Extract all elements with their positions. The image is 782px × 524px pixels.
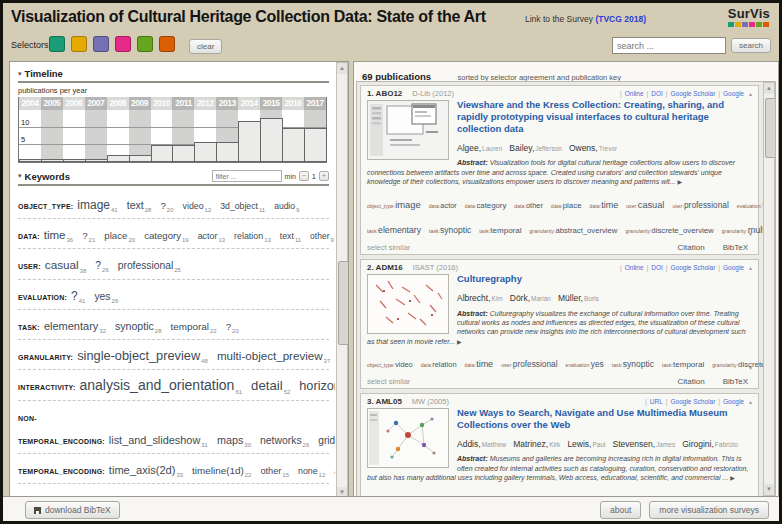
link-online[interactable]: Online — [625, 264, 644, 271]
keyword-tag[interactable]: maps30 — [217, 434, 251, 446]
search-button[interactable]: search — [731, 38, 771, 53]
timeline-bar-2017[interactable] — [304, 128, 327, 162]
keyword-tag[interactable]: place20 — [104, 230, 135, 241]
keyword-tag[interactable]: image41 — [77, 198, 117, 212]
publication-thumbnail[interactable] — [367, 408, 449, 468]
selector-color-5[interactable] — [137, 36, 153, 52]
publication-tag[interactable]: data:time — [590, 194, 619, 211]
selector-color-6[interactable] — [159, 36, 175, 52]
keyword-tag[interactable]: casual38 — [45, 258, 86, 271]
collapse-entry-icon[interactable]: ▴ — [749, 90, 752, 97]
keyword-tag[interactable]: actor13 — [198, 231, 225, 241]
scroll-up-icon[interactable]: ▲ — [764, 83, 774, 94]
author-last-name[interactable]: Lewis, — [567, 439, 591, 449]
keyword-tag[interactable]: text11 — [280, 231, 301, 241]
selector-color-3[interactable] — [93, 36, 109, 52]
survey-link-text[interactable]: Link to the Survey — [525, 14, 593, 24]
keyword-tag[interactable]: detail52 — [251, 378, 290, 393]
author-last-name[interactable]: Owens, — [569, 143, 598, 153]
entry-key[interactable]: 2. ADM16 — [367, 263, 403, 272]
publications-scrollbar[interactable]: ▲ ▼ — [763, 82, 775, 496]
timeline-bar-2008[interactable] — [107, 155, 130, 162]
timeline-bar-2011[interactable] — [172, 145, 195, 162]
publication-tag[interactable]: task:temporal — [662, 353, 704, 370]
search-input[interactable] — [612, 37, 726, 54]
collapse-keywords-icon[interactable]: ▾ — [18, 172, 22, 180]
publication-tag[interactable]: data:other — [514, 194, 543, 211]
publication-tag[interactable]: user:professional — [672, 194, 728, 211]
keyword-tag[interactable]: horizontal_browsing47 — [299, 379, 335, 393]
publication-tag[interactable]: data:actor — [429, 194, 457, 211]
author-last-name[interactable]: Müller, — [558, 293, 583, 303]
timeline-bar-2005[interactable] — [41, 159, 64, 162]
keyword-tag[interactable]: list_and_slideshow31 — [109, 434, 208, 446]
author-last-name[interactable]: Matrinez, — [513, 439, 548, 449]
download-bibtex-button[interactable]: download BibTeX — [25, 501, 120, 519]
keyword-tag[interactable]: other9 — [310, 231, 334, 241]
timeline-bar-2014[interactable] — [238, 121, 261, 162]
link-google[interactable]: Google — [723, 398, 744, 405]
keyword-tag[interactable]: none12 — [298, 466, 325, 476]
author-last-name[interactable]: Algee, — [457, 143, 481, 153]
clear-selectors-button[interactable]: clear — [189, 39, 222, 54]
author-last-name[interactable]: Stevensen, — [612, 439, 655, 449]
keyword-tag[interactable]: elementary32 — [44, 320, 106, 332]
survey-link-ref[interactable]: (TVCG 2018) — [595, 14, 646, 24]
entry-key[interactable]: 1. ABO12 — [367, 89, 402, 98]
timeline-bar-2010[interactable] — [151, 145, 174, 162]
expand-abstract-icon[interactable]: ▶ — [678, 179, 683, 185]
keyword-tag[interactable]: ?20 — [160, 200, 173, 211]
keyword-tag[interactable]: single-object_preview48 — [77, 348, 208, 363]
selector-color-1[interactable] — [49, 36, 65, 52]
keyword-tag[interactable]: multi-object_preview37 — [217, 349, 330, 362]
publication-thumbnail[interactable] — [367, 100, 449, 160]
keyword-tag[interactable]: time36 — [44, 229, 73, 241]
publication-tag[interactable]: data:time — [465, 353, 494, 370]
keyword-tag[interactable]: other15 — [260, 466, 289, 476]
timeline-bar-2012[interactable] — [194, 142, 217, 162]
publication-tag[interactable]: user:casual — [626, 194, 664, 211]
link-google-scholar[interactable]: Google Scholar — [671, 398, 716, 405]
keyword-tag[interactable]: ?41 — [71, 289, 85, 303]
link-online[interactable]: Online — [625, 90, 644, 97]
keyword-tag[interactable]: category19 — [144, 230, 188, 241]
filter-panel-scrollbar[interactable]: ▲ ▼ — [336, 62, 348, 499]
more-surveys-button[interactable]: more visualization surveys — [649, 501, 769, 519]
keyword-tag[interactable]: time_axis(2d)33 — [109, 464, 183, 476]
timeline-bar-2016[interactable] — [282, 128, 305, 162]
author-last-name[interactable]: Girogini, — [682, 439, 714, 449]
keyword-tag[interactable]: analysis_and_orientation61 — [80, 377, 243, 393]
publication-tag[interactable]: data:place — [551, 194, 582, 211]
author-last-name[interactable]: Albrecht, — [457, 293, 491, 303]
keyword-tag[interactable]: ?21 — [82, 230, 95, 241]
publication-tag[interactable]: user:professional — [501, 353, 557, 370]
link-doi[interactable]: DOI — [651, 264, 663, 271]
scroll-up-icon[interactable]: ▲ — [337, 63, 347, 74]
publications-scrollbar-thumb[interactable] — [765, 98, 776, 158]
about-button[interactable]: about — [600, 501, 641, 519]
keywords-min-increase-button[interactable]: + — [319, 171, 329, 181]
link-url[interactable]: URL — [650, 398, 663, 405]
link-google[interactable]: Google — [723, 264, 744, 271]
keyword-tag[interactable]: video12 — [183, 201, 212, 211]
keyword-tag[interactable]: ?26 — [95, 260, 108, 271]
author-last-name[interactable]: Dörk, — [510, 293, 530, 303]
publication-tag[interactable]: data:relation — [421, 353, 457, 370]
keyword-tag[interactable]: ?20 — [226, 321, 239, 332]
timeline-bar-2006[interactable] — [63, 159, 86, 162]
publication-tag[interactable]: granularity:discrete_overview — [625, 219, 713, 236]
selector-color-4[interactable] — [115, 36, 131, 52]
keyword-tag[interactable]: temporal22 — [171, 321, 217, 332]
collapse-entry-icon[interactable]: ▴ — [749, 264, 752, 271]
timeline-bar-2015[interactable] — [260, 118, 283, 162]
keyword-tag[interactable]: networks26 — [260, 435, 309, 446]
link-google-scholar[interactable]: Google Scholar — [671, 264, 716, 271]
publication-tag[interactable]: object_type:video — [367, 353, 413, 370]
citation-link[interactable]: Citation — [678, 377, 705, 386]
publication-tag[interactable]: granularity:abstract_overview — [529, 219, 617, 236]
filter-scrollbar-thumb[interactable] — [338, 261, 349, 346]
publication-thumbnail[interactable] — [367, 274, 449, 334]
keyword-tag[interactable]: relation13 — [234, 231, 271, 241]
timeline-bar-2007[interactable] — [85, 159, 108, 162]
keyword-tag[interactable]: yes26 — [94, 291, 118, 302]
